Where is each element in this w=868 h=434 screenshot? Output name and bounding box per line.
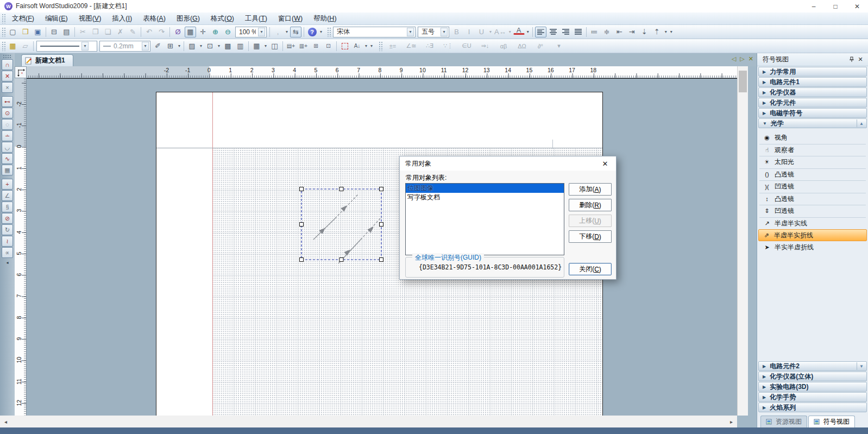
help-caret[interactable]: ▾ [318,27,324,37]
symbol-item[interactable]: ◉ 视角 [759,131,866,144]
image-fill-caret[interactable]: ▾ [198,41,204,52]
vertical-scrollbar-thumb[interactable] [739,71,747,92]
close-panel-icon[interactable]: ✕ [856,55,865,64]
symbol-item[interactable]: ☝ 观察者 [759,144,866,156]
circle-center-tool[interactable]: ⊙ [2,108,13,118]
toolbar-grip[interactable] [2,27,5,37]
common-objects-list[interactable]: 位图图像写字板文档 [405,183,564,255]
symbol-item[interactable]: ↕ 凸透镜 [759,193,866,205]
borders-caret[interactable]: ▾ [177,41,182,52]
symbol-group-header[interactable]: ▶电磁学符号 [758,108,867,118]
table-properties-button[interactable]: ▦ [7,41,18,52]
sort-caret[interactable]: ▾ [663,27,669,37]
circle-pen-tool[interactable]: ⊘ [2,213,13,224]
next-document-button[interactable]: ▷ [740,55,744,62]
toolbar-options-caret[interactable]: ▾ [669,27,674,37]
chevron-down-icon[interactable]: ▾ [81,42,89,51]
symbol-group-header[interactable]: ▶化学手势 [758,392,867,402]
symbol-group-header[interactable]: ▶化学仪器 [758,87,867,97]
math-partial-button[interactable]: ∂° [532,41,549,52]
horizontal-ruler[interactable]: -2-10123456789101112131415161718 [27,66,737,78]
text-frame-button[interactable]: ⊡ [204,41,216,52]
comma-button[interactable]: , [272,27,284,37]
open-button[interactable]: ❒ [20,27,31,37]
italic-button[interactable]: I [463,27,475,37]
collapse-panel-arrow[interactable]: ◂ [2,259,13,266]
dialog-close-icon[interactable]: ✕ [594,156,616,171]
copy-button[interactable]: ❐ [90,27,101,37]
pin-icon[interactable] [847,55,856,64]
curve-tool[interactable]: ∿ [2,153,13,164]
math-angle-button[interactable]: ∠≅ [403,41,419,52]
align-center-button[interactable] [548,27,559,37]
sort-ascending-button[interactable]: ⇡ [651,27,663,37]
underline-button[interactable]: U [476,27,487,37]
font-family-combo[interactable]: 宋体 ▾ [333,27,416,37]
scroll-down-button[interactable]: ▼ [857,362,866,370]
split-cells-button[interactable]: ⊡ [323,41,334,52]
vertical-ruler[interactable]: -2-10123456789101112 [15,78,27,416]
toolbar-grip[interactable] [2,14,5,23]
horizontal-scrollbar[interactable]: ◂ ▸ [0,416,737,427]
toolbar-grip[interactable] [327,27,331,37]
increase-indent-button[interactable]: ⇥ [626,27,638,37]
save-button[interactable]: ▣ [32,27,43,37]
loop-tool[interactable]: ∝ [2,247,13,258]
chevron-down-icon[interactable]: ▾ [441,28,448,36]
cut-button[interactable]: ✂ [77,27,89,37]
add-button[interactable]: 添加(A) [569,183,612,196]
menu-help[interactable]: 帮助(H) [308,12,342,25]
pattern-dense-button[interactable]: ▩ [222,41,234,52]
new-document-button[interactable]: ▢ [7,27,18,37]
menu-edit[interactable]: 编辑(E) [40,12,73,25]
wave-tool[interactable]: ≀ [2,236,13,247]
toolbar-grip[interactable] [379,41,382,51]
underline-caret[interactable]: ▾ [488,27,493,37]
menu-graphics[interactable]: 图形(G) [171,12,205,25]
zoom-level-combo[interactable]: 100 % ▾ [235,27,267,37]
char-spacing-button[interactable]: A↔ [494,27,507,37]
delete-button[interactable]: 删除(R) [569,199,612,211]
menu-window[interactable]: 窗口(W) [273,12,308,25]
symbol-group-header[interactable]: ▶实验电路(3D) [758,382,867,392]
maximize-button[interactable]: □ [825,0,846,12]
symbol-group-header[interactable]: ▶ 电路元件2 ▼ [758,361,867,371]
align-left-button[interactable] [535,27,546,37]
scroll-right-arrow[interactable]: ▸ [730,419,733,425]
format-painter-button[interactable]: ✎ [127,27,139,37]
menu-format[interactable]: 格式(O) [205,12,240,25]
dash-point-tool[interactable]: ∸ [2,130,13,141]
print-preview-button[interactable]: ▤ [61,27,72,37]
menu-document[interactable]: 文档(F) [7,12,40,25]
table-sort-caret[interactable]: ▾ [363,41,369,52]
zoom-tool-button[interactable]: Ø [172,27,184,37]
merge-cells-button[interactable]: ⊞ [310,41,322,52]
table-sort-button[interactable]: A↓ [351,41,363,52]
selected-object[interactable] [299,187,387,268]
vertical-scrollbar[interactable] [737,66,748,416]
symbol-item[interactable]: ⇕ 凹透镜 [759,205,866,217]
cross-point-tool[interactable]: + [2,179,13,190]
math-implies-button[interactable]: ⇒↓ [477,41,493,52]
symbol-item[interactable]: ↗ 半虚半实线 [759,217,866,230]
numbered-list-button[interactable]: ≔ [589,27,600,37]
toolbar-options-caret[interactable]: ▾ [369,41,374,52]
move-up-button[interactable]: 上移(U) [569,215,612,227]
grid-points-tool[interactable]: ▦ [2,165,13,175]
close-document-button[interactable]: ✕ [749,55,753,62]
delete-node-tool[interactable]: × [2,82,13,93]
tab-symbol-view[interactable]: 符号视图 [808,416,855,427]
bold-button[interactable]: B [451,27,462,37]
close-dialog-button[interactable]: 关闭(C) [569,263,612,275]
scroll-left-arrow[interactable]: ◂ [4,419,7,425]
math-greek-button[interactable]: αβ [495,41,512,52]
print-button[interactable]: ⊟ [48,27,60,37]
eraser-button[interactable]: ▱ [20,41,31,52]
node-cross-tool[interactable]: ✕ [2,71,13,81]
dashed-border-button[interactable] [339,41,350,52]
selection-handles[interactable] [300,187,383,262]
pattern-light-button[interactable]: ▥ [235,41,246,52]
chevron-down-icon[interactable]: ▾ [142,42,149,51]
s-nodes-tool[interactable]: § [2,202,13,212]
undo-button[interactable]: ↶ [143,27,155,37]
